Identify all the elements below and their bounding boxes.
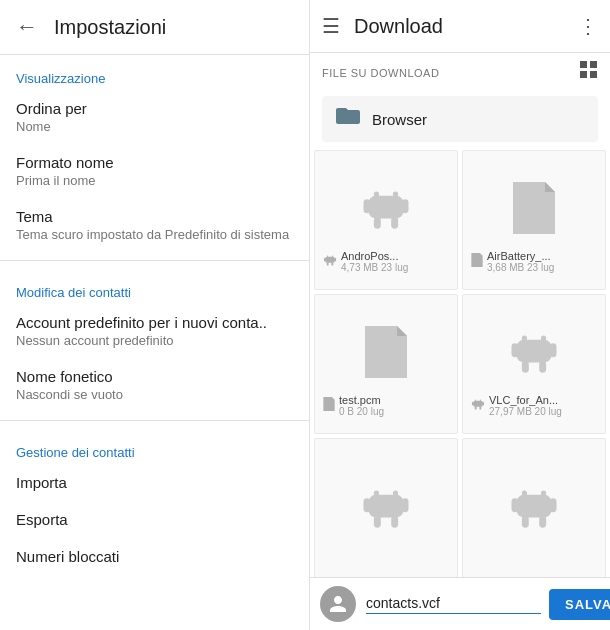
settings-item-ordina[interactable]: Ordina per Nome <box>0 90 309 144</box>
file-name-3: VLC_for_An... <box>489 394 597 406</box>
file-item-5[interactable] <box>462 438 606 577</box>
svg-rect-38 <box>391 516 398 528</box>
svg-rect-34 <box>369 495 404 518</box>
download-title: Download <box>354 15 578 38</box>
section-modifica: Modifica dei contatti <box>0 269 309 304</box>
svg-rect-41 <box>517 495 552 518</box>
file-meta-1: 3,68 MB 23 lug <box>487 262 597 273</box>
file-meta-2: 0 B 20 lug <box>339 406 449 417</box>
browser-folder[interactable]: Browser <box>322 96 598 142</box>
svg-rect-14 <box>324 257 326 261</box>
back-icon[interactable]: ← <box>16 14 38 40</box>
svg-rect-30 <box>475 406 477 409</box>
svg-rect-8 <box>402 199 409 213</box>
section-visualizzazione: Visualizzazione <box>0 55 309 90</box>
file-item-4[interactable] <box>314 438 458 577</box>
download-panel: ☰ Download ⋮ FILE SU DOWNLOAD Browser <box>310 0 610 630</box>
file-thumb-4 <box>354 471 418 543</box>
grid-view-icon[interactable] <box>580 61 598 84</box>
svg-rect-20 <box>517 339 552 362</box>
save-button[interactable]: SALVA <box>549 589 610 620</box>
file-item-1[interactable]: AirBattery_... 3,68 MB 23 lug <box>462 150 606 290</box>
settings-item-fonetico[interactable]: Nome fonetico Nascondi se vuoto <box>0 358 309 412</box>
files-label: FILE SU DOWNLOAD <box>322 67 439 79</box>
divider-1 <box>0 260 309 261</box>
svg-rect-43 <box>550 498 557 512</box>
svg-rect-45 <box>539 516 546 528</box>
svg-rect-9 <box>374 216 381 228</box>
filename-input[interactable] <box>366 595 541 614</box>
svg-rect-0 <box>580 61 587 68</box>
svg-rect-35 <box>363 498 370 512</box>
file-item-3[interactable]: VLC_for_An... 27,97 MB 20 lug <box>462 294 606 434</box>
hamburger-icon[interactable]: ☰ <box>322 14 340 38</box>
svg-rect-10 <box>391 216 398 228</box>
svg-rect-13 <box>325 256 334 262</box>
file-grid: AndroPos... 4,73 MB 23 lug <box>310 150 610 577</box>
file-meta-0: 4,73 MB 23 lug <box>341 262 449 273</box>
file-type-icon-2 <box>323 397 335 414</box>
settings-title: Impostazioni <box>54 16 166 39</box>
files-bar: FILE SU DOWNLOAD <box>310 53 610 92</box>
file-thumb-3 <box>502 316 566 388</box>
svg-rect-29 <box>482 401 484 405</box>
settings-item-account[interactable]: Account predefinito per i nuovi conta.. … <box>0 304 309 358</box>
svg-rect-24 <box>539 360 546 372</box>
svg-rect-22 <box>550 343 557 357</box>
download-header: ☰ Download ⋮ <box>310 0 610 53</box>
file-thumb-0 <box>354 172 418 244</box>
svg-rect-17 <box>331 262 333 265</box>
browser-label: Browser <box>372 111 427 128</box>
svg-rect-1 <box>590 61 597 68</box>
file-thumb-1 <box>502 172 566 244</box>
svg-rect-16 <box>327 262 329 265</box>
settings-item-numeri[interactable]: Numeri bloccati <box>0 538 309 575</box>
file-type-icon-1 <box>471 253 483 270</box>
file-info-2: test.pcm 0 B 20 lug <box>319 394 453 417</box>
more-icon[interactable]: ⋮ <box>578 14 598 38</box>
svg-rect-31 <box>479 406 481 409</box>
file-meta-3: 27,97 MB 20 lug <box>489 406 597 417</box>
file-type-icon-0 <box>323 253 337 270</box>
svg-rect-2 <box>580 71 587 78</box>
svg-rect-7 <box>363 199 370 213</box>
file-item-2[interactable]: test.pcm 0 B 20 lug <box>314 294 458 434</box>
svg-rect-15 <box>334 257 336 261</box>
file-name-1: AirBattery_... <box>487 250 597 262</box>
svg-rect-3 <box>590 71 597 78</box>
file-item-0[interactable]: AndroPos... 4,73 MB 23 lug <box>314 150 458 290</box>
svg-rect-36 <box>402 498 409 512</box>
svg-rect-6 <box>369 195 404 218</box>
file-name-2: test.pcm <box>339 394 449 406</box>
file-type-icon-3 <box>471 397 485 414</box>
settings-item-tema[interactable]: Tema Tema scuro impostato da Predefinito… <box>0 198 309 252</box>
divider-2 <box>0 420 309 421</box>
file-name-0: AndroPos... <box>341 250 449 262</box>
svg-rect-37 <box>374 516 381 528</box>
svg-rect-28 <box>472 401 474 405</box>
section-gestione: Gestione dei contatti <box>0 429 309 464</box>
settings-panel: ← Impostazioni Visualizzazione Ordina pe… <box>0 0 310 630</box>
settings-item-esporta[interactable]: Esporta <box>0 501 309 538</box>
file-info-1: AirBattery_... 3,68 MB 23 lug <box>467 250 601 273</box>
svg-rect-27 <box>473 400 482 406</box>
svg-rect-21 <box>511 343 518 357</box>
folder-icon <box>336 106 360 132</box>
file-thumb-2 <box>354 316 418 388</box>
file-thumb-5 <box>502 471 566 543</box>
settings-item-importa[interactable]: Importa <box>0 464 309 501</box>
settings-item-formato[interactable]: Formato nome Prima il nome <box>0 144 309 198</box>
svg-rect-42 <box>511 498 518 512</box>
contact-icon <box>320 586 356 622</box>
file-info-0: AndroPos... 4,73 MB 23 lug <box>319 250 453 273</box>
settings-header: ← Impostazioni <box>0 0 309 55</box>
file-info-3: VLC_for_An... 27,97 MB 20 lug <box>467 394 601 417</box>
svg-rect-23 <box>522 360 529 372</box>
svg-rect-44 <box>522 516 529 528</box>
save-bar: SALVA <box>310 577 610 630</box>
